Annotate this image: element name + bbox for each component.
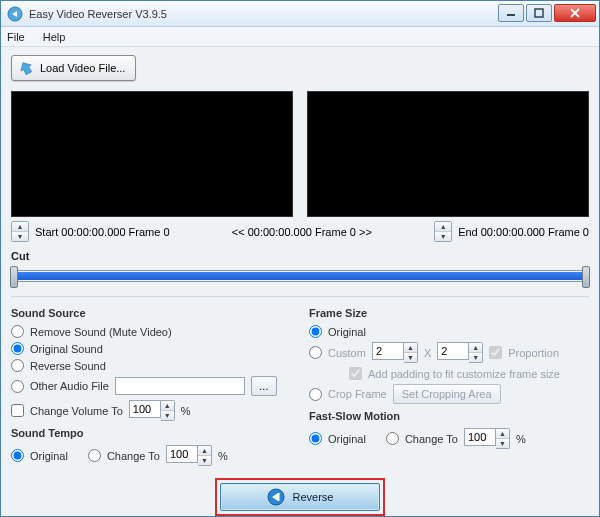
time-row: ▲▼ Start 00:00:00.000 Frame 0 << 00:00:0… bbox=[11, 221, 589, 242]
spin-up-icon[interactable]: ▲ bbox=[496, 429, 509, 438]
pct-label: % bbox=[516, 433, 526, 445]
motion-original-radio[interactable] bbox=[309, 432, 322, 445]
frame-custom-radio[interactable] bbox=[309, 346, 322, 359]
height-input[interactable] bbox=[437, 342, 469, 360]
start-frame-stepper[interactable]: ▲▼ bbox=[11, 221, 29, 242]
pct-label: % bbox=[181, 405, 191, 417]
svg-rect-2 bbox=[535, 9, 543, 17]
pct-label: % bbox=[218, 450, 228, 462]
menubar: File Help bbox=[1, 27, 599, 47]
x-label: X bbox=[424, 347, 431, 359]
other-audio-radio[interactable] bbox=[11, 380, 24, 393]
spin-down-icon[interactable]: ▼ bbox=[198, 456, 211, 465]
tempo-stepper[interactable]: ▲▼ bbox=[166, 445, 212, 466]
cut-handle-end[interactable] bbox=[582, 266, 590, 288]
content: Load Video File... ▲▼ Start 00:00:00.000… bbox=[1, 47, 599, 517]
browse-audio-button[interactable]: ... bbox=[251, 376, 277, 396]
preview-row bbox=[11, 91, 589, 217]
original-sound-radio[interactable] bbox=[11, 342, 24, 355]
cut-slider[interactable] bbox=[11, 266, 589, 288]
spin-up-icon[interactable]: ▲ bbox=[161, 401, 174, 410]
volume-input[interactable] bbox=[129, 400, 161, 418]
change-volume-checkbox[interactable] bbox=[11, 404, 24, 417]
spin-up-icon[interactable]: ▲ bbox=[404, 343, 417, 352]
spin-down-icon[interactable]: ▼ bbox=[12, 232, 28, 241]
spin-up-icon[interactable]: ▲ bbox=[198, 446, 211, 455]
other-audio-input[interactable] bbox=[115, 377, 245, 395]
end-time-label: End 00:00:00.000 Frame 0 bbox=[458, 226, 589, 238]
end-frame-stepper[interactable]: ▲▼ bbox=[434, 221, 452, 242]
width-stepper[interactable]: ▲▼ bbox=[372, 342, 418, 363]
close-button[interactable] bbox=[554, 4, 596, 22]
open-file-icon bbox=[18, 60, 34, 76]
current-time-label: << 00:00:00.000 Frame 0 >> bbox=[176, 226, 429, 238]
sound-column: Sound Source Remove Sound (Mute Video) O… bbox=[11, 307, 291, 470]
original-sound-option[interactable]: Original Sound bbox=[11, 342, 291, 355]
spin-up-icon[interactable]: ▲ bbox=[469, 343, 482, 352]
cut-label: Cut bbox=[11, 250, 589, 262]
padding-checkbox bbox=[349, 367, 362, 380]
sound-source-title: Sound Source bbox=[11, 307, 291, 319]
reverse-icon bbox=[267, 488, 285, 506]
crop-frame-label: Crop Frame bbox=[328, 388, 387, 400]
spin-down-icon[interactable]: ▼ bbox=[435, 232, 451, 241]
tempo-original-label: Original bbox=[30, 450, 68, 462]
proportion-checkbox bbox=[489, 346, 502, 359]
spin-down-icon[interactable]: ▼ bbox=[469, 353, 482, 362]
motion-change-label: Change To bbox=[405, 433, 458, 445]
menu-file[interactable]: File bbox=[7, 31, 25, 43]
load-video-label: Load Video File... bbox=[40, 62, 125, 74]
change-volume-label: Change Volume To bbox=[30, 405, 123, 417]
remove-sound-radio[interactable] bbox=[11, 325, 24, 338]
spin-down-icon[interactable]: ▼ bbox=[161, 411, 174, 420]
reverse-highlight: Reverse bbox=[215, 478, 385, 516]
spin-up-icon[interactable]: ▲ bbox=[435, 222, 451, 231]
separator bbox=[11, 296, 589, 297]
frame-column: Frame Size Original Custom ▲▼ X ▲▼ Propo… bbox=[309, 307, 589, 470]
motion-stepper[interactable]: ▲▼ bbox=[464, 428, 510, 449]
reverse-button[interactable]: Reverse bbox=[220, 483, 380, 511]
sound-tempo-title: Sound Tempo bbox=[11, 427, 291, 439]
remove-sound-option[interactable]: Remove Sound (Mute Video) bbox=[11, 325, 291, 338]
fast-slow-title: Fast-Slow Motion bbox=[309, 410, 589, 422]
width-input[interactable] bbox=[372, 342, 404, 360]
svg-rect-1 bbox=[507, 14, 515, 16]
load-video-button[interactable]: Load Video File... bbox=[11, 55, 136, 81]
tempo-change-radio[interactable] bbox=[88, 449, 101, 462]
motion-change-radio[interactable] bbox=[386, 432, 399, 445]
spin-up-icon[interactable]: ▲ bbox=[12, 222, 28, 231]
motion-input[interactable] bbox=[464, 428, 496, 446]
cut-handle-start[interactable] bbox=[10, 266, 18, 288]
titlebar: Easy Video Reverser V3.9.5 bbox=[1, 1, 599, 27]
reverse-label: Reverse bbox=[293, 491, 334, 503]
reverse-sound-option[interactable]: Reverse Sound bbox=[11, 359, 291, 372]
maximize-button[interactable] bbox=[526, 4, 552, 22]
app-icon bbox=[7, 6, 23, 22]
svg-rect-4 bbox=[278, 493, 280, 501]
set-cropping-button[interactable]: Set Cropping Area bbox=[393, 384, 501, 404]
start-time-label: Start 00:00:00.000 Frame 0 bbox=[35, 226, 170, 238]
frame-original-option[interactable]: Original bbox=[309, 325, 589, 338]
volume-stepper[interactable]: ▲▼ bbox=[129, 400, 175, 421]
crop-frame-radio[interactable] bbox=[309, 388, 322, 401]
other-audio-label: Other Audio File bbox=[30, 380, 109, 392]
window-title: Easy Video Reverser V3.9.5 bbox=[29, 8, 496, 20]
height-stepper[interactable]: ▲▼ bbox=[437, 342, 483, 363]
window-buttons bbox=[496, 4, 596, 24]
minimize-button[interactable] bbox=[498, 4, 524, 22]
frame-size-title: Frame Size bbox=[309, 307, 589, 319]
frame-custom-label: Custom bbox=[328, 347, 366, 359]
preview-original bbox=[11, 91, 293, 217]
tempo-input[interactable] bbox=[166, 445, 198, 463]
spin-down-icon[interactable]: ▼ bbox=[496, 439, 509, 448]
reverse-sound-radio[interactable] bbox=[11, 359, 24, 372]
tempo-original-radio[interactable] bbox=[11, 449, 24, 462]
spin-down-icon[interactable]: ▼ bbox=[404, 353, 417, 362]
tempo-change-label: Change To bbox=[107, 450, 160, 462]
menu-help[interactable]: Help bbox=[43, 31, 66, 43]
padding-label: Add padding to fit customize frame size bbox=[368, 368, 560, 380]
cut-range bbox=[13, 272, 587, 280]
frame-original-radio[interactable] bbox=[309, 325, 322, 338]
reverse-row: Reverse bbox=[11, 478, 589, 516]
preview-reversed bbox=[307, 91, 589, 217]
